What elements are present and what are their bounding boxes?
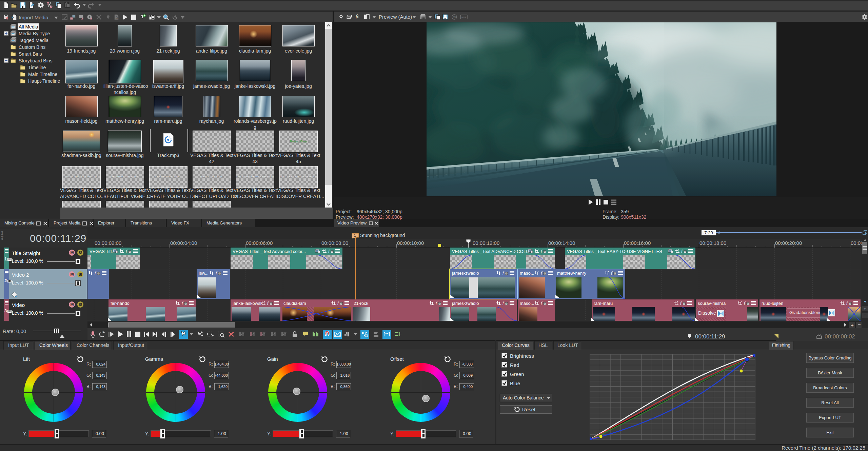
svg-text:f: f: [182, 301, 184, 305]
svg-text:f: f: [328, 249, 330, 253]
svg-text:f: f: [744, 301, 746, 305]
svg-text:f: f: [611, 271, 613, 275]
svg-text:HDR: HDR: [461, 16, 467, 19]
svg-text:f: f: [337, 301, 339, 305]
svg-text:f: f: [436, 301, 438, 305]
svg-text:f: f: [541, 301, 543, 305]
svg-text:1: 1: [354, 234, 356, 237]
svg-text:fx: fx: [116, 16, 118, 19]
svg-text:f: f: [95, 271, 97, 275]
svg-text:f: f: [541, 249, 543, 253]
svg-text:f: f: [502, 301, 505, 305]
svg-text:f: f: [846, 301, 848, 305]
svg-text:f: f: [216, 271, 218, 275]
svg-text:f: f: [681, 249, 683, 253]
svg-text:f: f: [126, 249, 128, 253]
svg-text:f: f: [267, 301, 269, 305]
svg-text:360: 360: [453, 16, 457, 18]
svg-text:f: f: [680, 301, 682, 305]
